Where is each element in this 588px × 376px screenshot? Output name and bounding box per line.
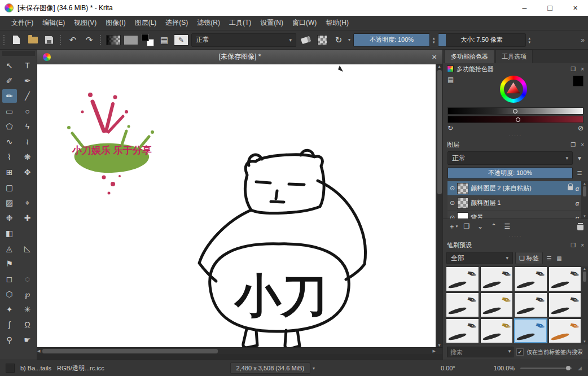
menu-view[interactable]: 视图(V): [69, 15, 101, 30]
scroll-down-icon[interactable]: ▼: [583, 340, 586, 343]
canvas-horizontal-scrollbar[interactable]: ◀ ▶: [37, 347, 436, 354]
brush-preset-tile-selected[interactable]: ✒: [514, 318, 547, 343]
color-sampler-tool[interactable]: ⌖: [20, 196, 35, 209]
color-selector-header[interactable]: 多功能拾色器 ❐ ×: [443, 63, 588, 75]
toolbar-grip[interactable]: [100, 35, 102, 45]
menu-layer[interactable]: 图层(L): [130, 15, 161, 30]
window-resize-grip[interactable]: ◢: [578, 365, 582, 371]
subwindow-titlebar[interactable]: [未保存图像] * ×: [37, 50, 442, 64]
maximize-button[interactable]: □: [537, 0, 563, 16]
canvas-vertical-scrollbar[interactable]: ▲ ▼: [436, 64, 442, 347]
gradient-tool[interactable]: ▨: [2, 196, 17, 209]
menu-edit[interactable]: 编辑(E): [38, 15, 69, 30]
float-docker-icon[interactable]: ❐: [571, 66, 576, 72]
delete-layer-button[interactable]: [577, 223, 583, 230]
zoom-slider[interactable]: [520, 365, 572, 371]
menu-select[interactable]: 选择(S): [161, 15, 192, 30]
presets-display-icon[interactable]: ▦: [555, 255, 563, 261]
pan-tool[interactable]: ☛: [20, 333, 35, 347]
shade-marker[interactable]: [516, 117, 520, 122]
opacity-spinner[interactable]: ▴▾: [433, 36, 435, 44]
crop-tool[interactable]: ▢: [2, 181, 17, 194]
brush-presets-header[interactable]: 笔刷预设 ❐ ×: [443, 239, 588, 251]
scroll-up-icon[interactable]: ▲: [583, 182, 586, 185]
transform-tool[interactable]: ⊞: [2, 165, 17, 179]
close-docker-icon[interactable]: ×: [581, 242, 584, 248]
scroll-left-icon[interactable]: ◀: [37, 349, 40, 353]
shade-strip-color[interactable]: [447, 116, 583, 123]
minimize-button[interactable]: –: [512, 0, 537, 16]
layer-name[interactable]: 颜料图层 1: [471, 199, 573, 207]
tab-tool-options[interactable]: 工具选项: [495, 50, 533, 63]
ellipse-select-tool[interactable]: ◌: [20, 272, 35, 286]
new-document-button[interactable]: [10, 33, 23, 47]
eraser-mode-button[interactable]: [299, 33, 313, 47]
scroll-down-icon[interactable]: ▼: [437, 343, 441, 347]
toolbar-grip[interactable]: [60, 35, 62, 45]
menu-help[interactable]: 帮助(H): [321, 15, 353, 30]
brush-preset-tile[interactable]: ✒: [548, 318, 582, 343]
move-layer-down-button[interactable]: ⌄: [475, 221, 486, 231]
layer-name[interactable]: 颜料图层 2 (来自粘贴): [471, 184, 565, 193]
ellipse-tool[interactable]: ○: [20, 104, 35, 118]
shade-marker[interactable]: [513, 109, 517, 113]
measure-tool[interactable]: ◺: [20, 242, 35, 255]
canvas[interactable]: 小刀娱乐 乐于分享: [37, 64, 436, 347]
pattern-chooser-button[interactable]: [124, 33, 138, 47]
layer-thumbnail[interactable]: [457, 183, 468, 194]
brush-preset-tile[interactable]: ✒: [548, 292, 582, 317]
presets-menu-icon[interactable]: ☰: [545, 255, 553, 261]
layers-header[interactable]: 图层 ❐ ×: [443, 139, 588, 150]
tab-advanced-color-selector[interactable]: 多功能拾色器: [445, 50, 494, 63]
tag-button[interactable]: ❏ 标签: [515, 252, 543, 264]
statusbar-color-profile[interactable]: RGB/透明...rc.icc: [57, 364, 104, 373]
layer-lock-icon[interactable]: [568, 186, 573, 190]
menu-image[interactable]: 图像(I): [101, 15, 130, 30]
brush-size-spinner[interactable]: ▴▾: [529, 36, 531, 44]
colorize-mask-tool[interactable]: ❉: [2, 211, 17, 225]
brush-preset-chip[interactable]: [6, 364, 15, 373]
float-docker-icon[interactable]: ❐: [571, 242, 576, 248]
reference-images-tool[interactable]: ⚑: [2, 257, 17, 270]
freehand-path-tool[interactable]: ≀: [20, 135, 35, 148]
redo-button[interactable]: ↷: [82, 33, 96, 47]
statusbar-canvas-rotation[interactable]: 0.00°: [441, 365, 455, 371]
statusbar-zoom-value[interactable]: 100.0%: [494, 365, 515, 371]
multibrush-tool[interactable]: ❋: [20, 150, 35, 164]
text-tool[interactable]: T: [20, 59, 35, 72]
fg-bg-color-button[interactable]: [141, 33, 155, 47]
undo-button[interactable]: ↶: [66, 33, 80, 47]
brush-preset-tile[interactable]: ✒: [480, 292, 514, 317]
menu-window[interactable]: 窗口(W): [288, 15, 321, 30]
fill-tool[interactable]: ◧: [2, 226, 17, 240]
menu-settings[interactable]: 设置(N): [256, 15, 288, 30]
statusbar-image-dimensions[interactable]: 2,480 x 3,508 (34.6 MiB): [230, 362, 310, 374]
calligraphy-tool[interactable]: ✒: [20, 74, 35, 88]
layer-list-scrollbar[interactable]: ▲ ▼: [581, 181, 588, 218]
brush-preset-tile[interactable]: ✒: [514, 266, 547, 291]
brush-scroll-thumb[interactable]: [583, 272, 586, 282]
opacity-slider[interactable]: 不透明度: 100%: [353, 33, 430, 47]
blend-mode-dropdown[interactable]: 正常 ▾: [191, 33, 296, 47]
polygon-tool[interactable]: ⬠: [2, 120, 17, 133]
freehand-brush-tool[interactable]: ✏: [2, 89, 17, 103]
open-document-button[interactable]: [26, 33, 40, 47]
layer-alpha-icon[interactable]: α: [576, 215, 579, 219]
hue-ring-color-selector[interactable]: [500, 76, 527, 103]
zoom-tool[interactable]: ⚲: [2, 333, 17, 347]
brush-tag-filter-dropdown[interactable]: 全部 ▾: [446, 252, 513, 264]
refresh-shades-icon[interactable]: ↻: [447, 124, 453, 132]
close-docker-icon[interactable]: ×: [581, 142, 584, 148]
shade-strip-value[interactable]: [447, 107, 583, 115]
magnetic-select-tool[interactable]: Ω: [20, 318, 35, 331]
move-layer-up-button[interactable]: ⌃: [488, 221, 499, 231]
layer-scroll-thumb[interactable]: [583, 186, 586, 196]
smart-patch-tool[interactable]: ✚: [20, 211, 35, 225]
close-docker-icon[interactable]: ×: [581, 66, 584, 72]
move-tool[interactable]: ✥: [20, 165, 35, 179]
layer-visibility-icon[interactable]: ⊙: [450, 214, 455, 218]
brush-preset-tile[interactable]: ✒: [446, 292, 479, 317]
preserve-alpha-button[interactable]: [315, 33, 329, 47]
layer-menu-icon[interactable]: ☰: [576, 170, 583, 176]
layer-name[interactable]: 背景: [471, 213, 573, 218]
